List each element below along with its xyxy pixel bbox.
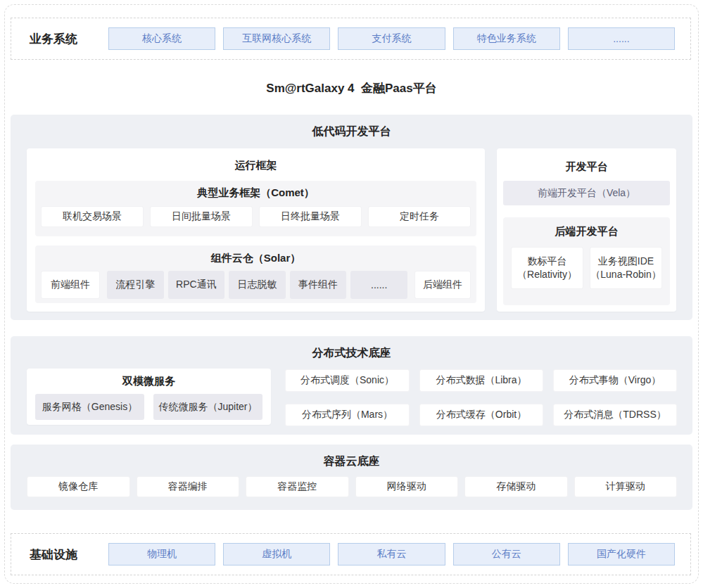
backend-dev-item-line1: 数标平台	[528, 255, 567, 268]
comet-title: 典型业务框架（Comet）	[35, 181, 476, 200]
business-systems-boxes: 核心系统 互联网核心系统 支付系统 特色业务系统 ......	[108, 27, 675, 50]
solar-item: RPC通讯	[168, 271, 225, 299]
dev-platform-card: 开发平台 前端开发平台（Vela） 后端开发平台 数标平台 （Relativit…	[497, 148, 676, 312]
solar-back-item: 后端组件	[414, 271, 471, 299]
distributed-item: 分布式数据（Libra）	[419, 369, 543, 392]
comet-item: 日间批量场景	[150, 206, 253, 227]
backend-dev-item-line1: 业务视图IDE	[598, 255, 654, 268]
solar-item: 事件组件	[290, 271, 347, 299]
distributed-section: 分布式技术底座 双模微服务 服务网格（Genesis） 传统微服务（Jupite…	[11, 336, 692, 435]
infrastructure-box: 国产化硬件	[568, 543, 675, 565]
container-cloud-item: 计算驱动	[574, 476, 678, 497]
business-systems-label: 业务系统	[30, 31, 108, 47]
comet-item: 日终批量场景	[259, 206, 362, 227]
distributed-item: 分布式序列（Mars）	[285, 404, 410, 426]
business-system-box: 支付系统	[338, 27, 445, 50]
low-code-section: 低代码开发平台 运行框架 典型业务框架（Comet） 联机交易场景 日间批量场景…	[11, 115, 692, 320]
container-cloud-item: 容器编排	[137, 476, 240, 497]
business-systems-row: 业务系统 核心系统 互联网核心系统 支付系统 特色业务系统 ......	[11, 18, 691, 60]
dual-mode-title: 双模微服务	[27, 369, 271, 388]
comet-item: 联机交易场景	[41, 206, 144, 227]
container-cloud-items: 镜像仓库 容器编排 容器监控 网络驱动 存储驱动 计算驱动	[27, 476, 677, 497]
dev-platform-title: 开发平台	[497, 148, 676, 174]
low-code-title: 低代码开发平台	[11, 115, 692, 139]
business-system-box: 特色业务系统	[453, 27, 560, 50]
distributed-item: 分布式事物（Virgo）	[553, 369, 677, 392]
container-cloud-section: 容器云底座 镜像仓库 容器编排 容器监控 网络驱动 存储驱动 计算驱动	[11, 445, 692, 510]
container-cloud-item: 网络驱动	[355, 476, 459, 497]
vela-bar: 前端开发平台（Vela）	[503, 181, 670, 205]
business-system-box: 互联网核心系统	[223, 27, 330, 50]
dual-mode-card: 双模微服务 服务网格（Genesis） 传统微服务（Jupiter）	[27, 369, 271, 425]
container-cloud-item: 镜像仓库	[27, 476, 130, 497]
page-title: Sm@rtGalaxy 4 金融Paas平台	[0, 80, 703, 96]
infrastructure-box: 虚拟机	[223, 543, 330, 565]
infrastructure-boxes: 物理机 虚拟机 私有云 公有云 国产化硬件	[108, 543, 675, 565]
infrastructure-box: 私有云	[338, 543, 445, 565]
backend-dev-panel: 后端开发平台 数标平台 （Relativity） 业务视图IDE （Luna-R…	[503, 217, 670, 305]
solar-items: 前端组件 流程引擎 RPC通讯 日志脱敏 事件组件 ...... 后端组件	[41, 271, 471, 299]
dual-mode-items: 服务网格（Genesis） 传统微服务（Jupiter）	[35, 394, 262, 420]
comet-items: 联机交易场景 日间批量场景 日终批量场景 定时任务	[41, 206, 471, 227]
backend-dev-item-line2: （Luna-Robin）	[590, 268, 661, 281]
container-cloud-item: 容器监控	[246, 476, 349, 497]
business-system-box: 核心系统	[108, 27, 215, 50]
runtime-framework-title: 运行框架	[27, 148, 485, 172]
architecture-diagram: 业务系统 核心系统 互联网核心系统 支付系统 特色业务系统 ...... Sm@…	[0, 0, 703, 588]
dual-mode-item: 传统微服务（Jupiter）	[153, 394, 262, 420]
backend-dev-item: 业务视图IDE （Luna-Robin）	[590, 247, 662, 289]
solar-item: ......	[350, 271, 407, 299]
infrastructure-box: 公有云	[453, 543, 560, 565]
distributed-item: 分布式缓存（Orbit）	[419, 404, 543, 426]
solar-panel: 组件云仓（Solar） 前端组件 流程引擎 RPC通讯 日志脱敏 事件组件 ..…	[35, 245, 476, 303]
comet-panel: 典型业务框架（Comet） 联机交易场景 日间批量场景 日终批量场景 定时任务	[35, 181, 476, 236]
solar-item: 流程引擎	[107, 271, 164, 299]
infrastructure-label: 基础设施	[30, 547, 108, 563]
distributed-item: 分布式消息（TDRSS）	[553, 404, 677, 426]
comet-item: 定时任务	[368, 206, 471, 227]
solar-item: 日志脱敏	[229, 271, 286, 299]
container-cloud-title: 容器云底座	[11, 445, 692, 469]
container-cloud-item: 存储驱动	[464, 476, 568, 497]
infrastructure-box: 物理机	[108, 543, 215, 565]
backend-dev-title: 后端开发平台	[503, 217, 670, 238]
backend-dev-items: 数标平台 （Relativity） 业务视图IDE （Luna-Robin）	[511, 247, 662, 289]
solar-front-item: 前端组件	[41, 271, 100, 299]
distributed-title: 分布式技术底座	[11, 336, 692, 361]
backend-dev-item-line2: （Relativity）	[517, 268, 577, 281]
business-system-box: ......	[568, 27, 675, 50]
solar-title: 组件云仓（Solar）	[35, 245, 476, 265]
runtime-framework-card: 运行框架 典型业务框架（Comet） 联机交易场景 日间批量场景 日终批量场景 …	[27, 148, 485, 312]
backend-dev-item: 数标平台 （Relativity）	[511, 247, 583, 289]
dual-mode-item: 服务网格（Genesis）	[35, 394, 144, 420]
infrastructure-row: 基础设施 物理机 虚拟机 私有云 公有云 国产化硬件	[11, 533, 691, 575]
distributed-item: 分布式调度（Sonic）	[285, 369, 410, 392]
